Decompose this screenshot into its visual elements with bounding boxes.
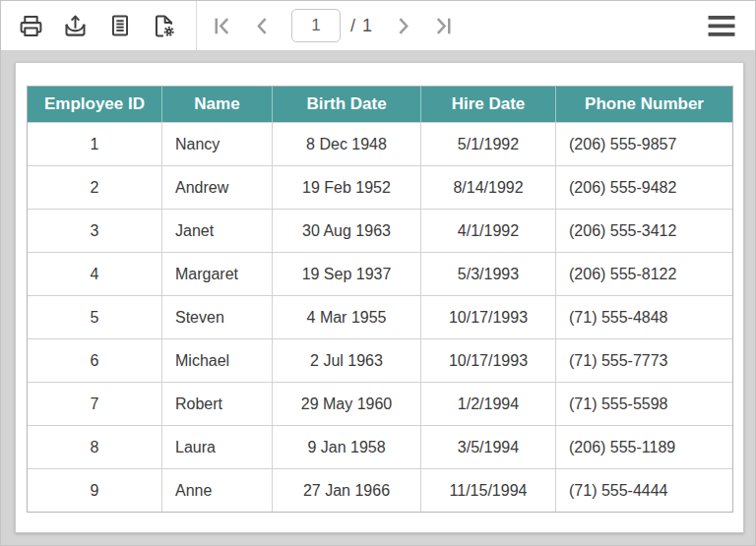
table-cell: 2 [28,165,162,209]
table-row: 7Robert29 May 19601/2/1994(71) 555-5598 [28,382,732,425]
table-cell: 4 [28,252,162,295]
table-row: 4Margaret19 Sep 19375/3/1993(206) 555-81… [28,252,732,295]
next-page-icon [391,14,415,38]
table-cell: 7 [28,382,162,425]
table-row: 1Nancy8 Dec 19485/1/1992(206) 555-9857 [28,122,732,165]
page-navigation: / 1 [203,4,462,47]
page-total-label: / 1 [350,16,373,36]
document-lines-icon [107,13,133,38]
toolbar: / 1 [1,1,755,51]
table-cell: 10/17/1993 [421,338,556,382]
report-content-area: Employee IDNameBirth DateHire DatePhone … [1,51,755,545]
table-cell: 5 [28,295,162,338]
table-cell: 2 Jul 1963 [273,338,421,382]
print-layout-button[interactable] [97,4,142,47]
table-cell: 19 Feb 1952 [273,165,421,209]
column-header: Hire Date [421,87,556,122]
table-cell: 1 [28,122,162,165]
export-button[interactable] [53,4,97,47]
table-cell: Andrew [162,165,273,209]
table-cell: (71) 555-4848 [556,295,732,338]
report-page: Employee IDNameBirth DateHire DatePhone … [15,62,744,533]
table-row: 3Janet30 Aug 19634/1/1992(206) 555-3412 [28,209,732,252]
table-cell: (71) 555-4444 [556,468,732,512]
table-cell: Nancy [162,122,273,165]
column-header: Birth Date [273,87,421,122]
table-cell: 8/14/1992 [421,165,556,209]
last-page-icon [430,14,455,38]
table-cell: 8 [28,425,162,468]
column-header: Phone Number [556,87,732,122]
table-cell: 4 Mar 1955 [273,295,421,338]
first-page-icon [211,14,235,38]
table-cell: 27 Jan 1966 [273,468,421,512]
table-cell: 4/1/1992 [421,209,556,252]
table-cell: 9 [28,468,162,512]
table-cell: (206) 555-3412 [556,209,732,252]
print-button[interactable] [9,4,53,47]
table-cell: 5/1/1992 [421,122,556,165]
table-cell: 9 Jan 1958 [273,425,421,468]
hamburger-menu-icon [708,13,735,39]
table-body: 1Nancy8 Dec 19485/1/1992(206) 555-98572A… [28,122,732,512]
table-row: 5Steven4 Mar 195510/17/1993(71) 555-4848 [28,295,732,338]
table-cell: 5/3/1993 [421,252,556,295]
table-cell: (206) 555-8122 [556,252,732,295]
export-icon [62,13,89,39]
table-cell: 1/2/1994 [421,382,556,425]
table-row: 2Andrew19 Feb 19528/14/1992(206) 555-948… [28,165,732,209]
table-cell: Janet [162,209,273,252]
table-row: 9Anne27 Jan 196611/15/1994(71) 555-4444 [28,468,732,512]
table-cell: 29 May 1960 [273,382,421,425]
column-header: Employee ID [28,87,162,122]
table-cell: 3/5/1994 [421,425,556,468]
table-cell: Laura [162,425,273,468]
table-cell: Steven [162,295,273,338]
table-cell: Michael [162,338,273,382]
table-cell: 10/17/1993 [421,295,556,338]
page-gear-icon [151,13,177,39]
table-cell: (206) 555-9857 [556,122,732,165]
table-row: 6Michael2 Jul 196310/17/1993(71) 555-777… [28,338,732,382]
toolbar-separator [196,1,197,51]
menu-button[interactable] [702,4,741,47]
table-cell: 3 [28,209,162,252]
table-cell: 30 Aug 1963 [273,209,421,252]
table-cell: Margaret [162,252,273,295]
printer-icon [18,13,44,39]
table-cell: Robert [162,382,273,425]
table-cell: (206) 555-9482 [556,165,732,209]
next-page-button[interactable] [383,4,422,47]
table-header-row: Employee IDNameBirth DateHire DatePhone … [28,87,732,122]
employee-table: Employee IDNameBirth DateHire DatePhone … [27,86,733,513]
last-page-button[interactable] [422,4,462,47]
table-cell: 19 Sep 1937 [273,252,421,295]
table-cell: Anne [162,468,273,512]
previous-page-icon [250,14,275,38]
first-page-button[interactable] [203,4,242,47]
report-viewer: / 1 [0,0,756,546]
table-row: 8Laura9 Jan 19583/5/1994(206) 555-1189 [28,425,732,468]
table-cell: (206) 555-1189 [556,425,732,468]
table-cell: 6 [28,338,162,382]
table-cell: 8 Dec 1948 [273,122,421,165]
table-cell: (71) 555-5598 [556,382,732,425]
table-cell: (71) 555-7773 [556,338,732,382]
page-setup-button[interactable] [142,4,186,47]
previous-page-button[interactable] [242,4,282,47]
column-header: Name [162,87,273,122]
table-cell: 11/15/1994 [421,468,556,512]
page-number-input[interactable] [291,9,341,42]
